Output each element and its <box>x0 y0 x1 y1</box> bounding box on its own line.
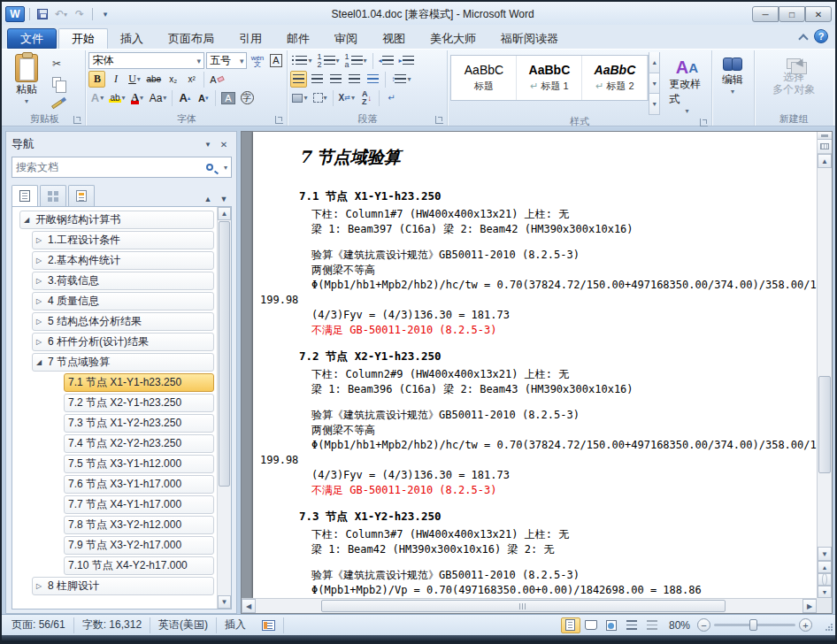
text-effects-button[interactable]: A▾ <box>88 89 105 106</box>
nav-tree-item[interactable]: ▷2.基本构件统计 <box>32 251 214 270</box>
close-button[interactable]: ✕ <box>805 6 832 22</box>
styles-dialog-launcher[interactable] <box>700 119 708 126</box>
copy-button[interactable] <box>47 73 66 90</box>
nav-tree-item[interactable]: 7.9 节点 X3-Y2-h17.000 <box>64 536 214 555</box>
nav-tree-item[interactable]: 7.6 节点 X3-Y1-h17.000 <box>64 475 214 494</box>
asian-layout-button[interactable]: X⇄▾ <box>337 89 357 106</box>
zoom-out-button[interactable]: − <box>697 618 710 632</box>
gallery-more-button[interactable]: ▼ <box>649 94 660 115</box>
tab-browse-pages[interactable] <box>40 185 66 206</box>
ribbon-tab-3[interactable]: 引用 <box>227 28 274 49</box>
nav-tree-item[interactable]: 7.1 节点 X1-Y1-h23.250 <box>64 373 214 392</box>
tree-scroll-up-button[interactable]: ▲ <box>218 207 231 220</box>
nav-tree-item[interactable]: ◢7 节点域验算 <box>32 353 214 372</box>
multilevel-list-button[interactable]: 1a▾ <box>343 52 369 69</box>
nav-tree-item[interactable]: 7.5 节点 X3-Y1-h12.000 <box>64 455 214 473</box>
search-dropdown-icon[interactable]: ▾ <box>224 164 227 172</box>
style-gallery-item[interactable]: AaBbC标题 <box>451 56 517 100</box>
underline-button[interactable]: U▾ <box>126 71 142 88</box>
page-indicator[interactable]: 页面: 56/61 <box>4 617 74 633</box>
vertical-scrollbar[interactable]: ▲ ▼ ▲ ▼ <box>817 132 832 598</box>
split-handle[interactable] <box>818 132 832 140</box>
expander-icon[interactable]: ▷ <box>36 257 48 264</box>
zoom-slider-thumb[interactable] <box>749 619 757 631</box>
expander-icon[interactable]: ▷ <box>36 236 48 244</box>
horizontal-scroll-track[interactable] <box>256 599 802 613</box>
draft-view-button[interactable] <box>642 617 662 633</box>
editing-button[interactable]: 编辑 ▾ <box>718 52 747 112</box>
horizontal-scrollbar[interactable]: ◀ ▶ <box>242 598 817 613</box>
nav-tree-item[interactable]: 7.4 节点 X2-Y2-h23.250 <box>64 434 214 453</box>
bold-button[interactable]: B <box>88 71 105 88</box>
character-shading-button[interactable]: A <box>219 89 236 106</box>
scroll-up-button[interactable]: ▲ <box>818 154 832 168</box>
nav-tree-item[interactable]: 7.7 节点 X4-Y1-h17.000 <box>64 495 214 514</box>
select-multiple-objects-button[interactable]: 选择多个对象 <box>769 52 818 112</box>
tree-scroll-down-button[interactable]: ▼ <box>218 595 231 609</box>
zoom-level[interactable]: 80% <box>669 619 690 632</box>
nav-tree-item[interactable]: ▷6 杆件分析(设计)结果 <box>32 333 214 351</box>
next-heading-button[interactable]: ▼ <box>216 192 232 206</box>
qat-customize-button[interactable]: ▾ <box>97 7 113 21</box>
ribbon-tab-6[interactable]: 视图 <box>370 28 418 49</box>
align-right-button[interactable] <box>327 71 344 88</box>
language-indicator[interactable]: 英语(美国) <box>150 617 217 633</box>
nav-tree-item[interactable]: ▷5 结构总体分析结果 <box>32 312 214 331</box>
horizontal-scroll-thumb[interactable] <box>321 600 726 612</box>
tree-scroll-thumb[interactable] <box>219 221 230 487</box>
style-gallery-item[interactable]: AaBbC标题 2 <box>582 56 648 100</box>
clear-formatting-button[interactable]: A <box>208 71 225 88</box>
font-color-button[interactable]: A▾ <box>129 89 146 106</box>
minimize-button[interactable]: ─ <box>752 6 779 22</box>
ribbon-tab-2[interactable]: 页面布局 <box>156 28 227 49</box>
undo-button[interactable]: ↶▾ <box>53 7 69 21</box>
web-layout-view-button[interactable] <box>602 617 621 633</box>
pinyin-guide-button[interactable]: wén文 <box>249 52 265 69</box>
nav-tree-item[interactable]: 7.8 节点 X3-Y2-h12.000 <box>64 516 214 534</box>
ribbon-tab-1[interactable]: 插入 <box>108 28 156 49</box>
fullscreen-reading-view-button[interactable] <box>581 617 601 633</box>
word-count[interactable]: 字数: 16,312 <box>74 617 150 633</box>
nav-tree-item[interactable]: ▷1.工程设计条件 <box>32 231 214 249</box>
ribbon-tab-7[interactable]: 美化大师 <box>418 28 488 49</box>
superscript-button[interactable]: x² <box>183 71 200 88</box>
search-icon[interactable] <box>206 164 213 171</box>
expander-icon[interactable]: ◢ <box>36 358 48 366</box>
word-logo-icon[interactable]: W <box>5 6 25 22</box>
ribbon-tab-0[interactable]: 开始 <box>58 28 108 49</box>
numbering-button[interactable]: 12▾ <box>316 52 342 69</box>
navigation-options-dropdown[interactable]: ▼ <box>200 137 216 151</box>
tab-file[interactable]: 文件 <box>7 28 57 49</box>
select-browse-object-button[interactable] <box>818 573 832 586</box>
scroll-down-button[interactable]: ▼ <box>818 547 832 561</box>
scroll-left-button[interactable]: ◀ <box>242 599 256 613</box>
vertical-scroll-thumb[interactable] <box>818 376 831 473</box>
expander-icon[interactable]: ▷ <box>36 297 48 305</box>
resize-grip[interactable] <box>821 619 833 632</box>
title-bar[interactable]: W ↶▾ ↷ ▾ Steel01.04.doc [兼容模式] - Microso… <box>2 2 835 25</box>
font-dialog-launcher[interactable] <box>275 116 283 124</box>
scroll-right-button[interactable]: ▶ <box>802 599 817 613</box>
bullets-button[interactable]: ▾ <box>290 52 313 69</box>
italic-button[interactable]: I <box>107 71 124 88</box>
next-page-button[interactable]: ▼ <box>818 586 832 598</box>
save-button[interactable] <box>35 7 50 21</box>
line-spacing-button[interactable]: ↕▾ <box>389 71 412 88</box>
grow-font-button[interactable]: A▴ <box>176 89 193 106</box>
change-case-button[interactable]: Aa▾ <box>148 89 169 106</box>
print-layout-view-button[interactable] <box>561 617 580 633</box>
increase-indent-button[interactable]: ▸ <box>397 52 416 69</box>
nav-tree-item[interactable]: ▷3.荷载信息 <box>32 272 214 290</box>
change-styles-button[interactable]: AA 更改样式 ▾ <box>665 52 709 115</box>
previous-heading-button[interactable]: ▲ <box>200 192 216 206</box>
minimize-ribbon-icon[interactable] <box>799 33 807 41</box>
tree-scrollbar[interactable]: ▲ ▼ <box>217 207 231 609</box>
zoom-slider-track[interactable] <box>714 624 795 626</box>
borders-button[interactable]: ▾ <box>311 89 329 106</box>
strikethrough-button[interactable]: abe <box>144 71 163 88</box>
font-size-combo[interactable]: 五号▾ <box>206 52 247 69</box>
show-marks-button[interactable]: ↵ <box>383 89 400 106</box>
expander-icon[interactable]: ◢ <box>24 216 35 224</box>
proofing-status-button[interactable] <box>254 617 284 633</box>
decrease-indent-button[interactable]: ◂ <box>377 52 395 69</box>
